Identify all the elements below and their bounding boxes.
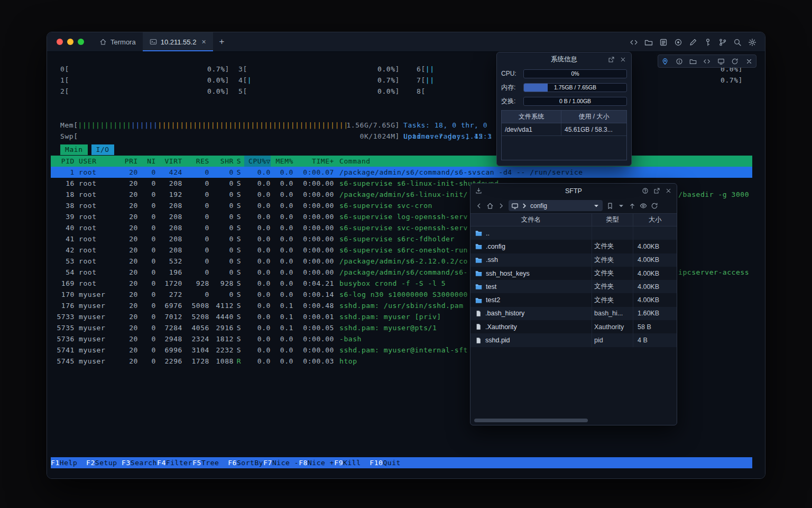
quick-toolbar (658, 55, 756, 68)
column-header-cpu[interactable]: CPU%▽ (244, 156, 271, 167)
zoom-window-button[interactable] (78, 39, 84, 45)
cpu-meter-3: 3[0.0%] (238, 64, 400, 75)
back-icon[interactable] (475, 202, 483, 210)
fnkey-f10[interactable]: F10Quit (370, 457, 409, 468)
path-segment[interactable]: config (530, 202, 547, 210)
swap-line: Swp[0K/1024M] Load average: 1.42 1 (47, 108, 765, 120)
close-window-button[interactable] (57, 39, 63, 45)
folder-icon[interactable] (644, 38, 653, 47)
forward-icon[interactable] (497, 202, 505, 210)
info-icon[interactable] (676, 58, 683, 65)
gear-icon[interactable] (748, 38, 756, 47)
list-icon[interactable] (659, 38, 668, 47)
column-header-res[interactable]: RES (182, 156, 209, 167)
file-row-[interactable]: .. (470, 226, 677, 240)
file-name: .Xauthority (485, 323, 517, 331)
cpu-label: CPU: (501, 70, 523, 77)
htop-tab-main[interactable]: Main (60, 144, 88, 155)
file-type: Xauthority (592, 320, 633, 333)
fnkey-f5[interactable]: F5Tree (192, 457, 228, 468)
tab-close-icon[interactable]: × (201, 38, 206, 46)
file-row-bashhistory[interactable]: .bash_historybash_hi...1.60KB (470, 307, 677, 320)
swap-usage-row: 交换: 0 B / 1.00GB (497, 94, 631, 108)
file-size (633, 226, 677, 240)
type-column-header[interactable]: 类型 (592, 214, 633, 226)
fnkey-f2[interactable]: F2Setup (86, 457, 122, 468)
column-header-ni[interactable]: NI (138, 156, 156, 167)
column-header-pri[interactable]: PRI (117, 156, 138, 167)
file-name: .config (486, 243, 505, 250)
cpu-usage-row: CPU: 0% (497, 67, 631, 80)
filesystem-row[interactable]: /dev/vda1 45.61GB / 58.3... (502, 123, 626, 136)
column-header-s[interactable]: S (234, 156, 244, 167)
caret-down-icon[interactable] (593, 202, 600, 210)
file-type: 文件夹 (592, 280, 633, 293)
file-name: test (486, 283, 496, 291)
transfers-icon[interactable] (475, 184, 482, 198)
filename-column-header[interactable]: 文件名 (470, 214, 592, 226)
uptime-line: Uptime: 7 days, 15:3 (47, 120, 765, 131)
key-icon[interactable] (704, 38, 712, 47)
file-row-ssh[interactable]: .ssh文件夹4.00KB (470, 253, 677, 267)
path-breadcrumb[interactable]: config (509, 200, 603, 211)
refresh-icon[interactable] (731, 58, 739, 65)
fnkey-f6[interactable]: F6SortBy (228, 457, 263, 468)
pencil-icon[interactable] (689, 38, 697, 47)
record-icon[interactable] (674, 38, 682, 47)
horizontal-scrollbar[interactable] (474, 419, 588, 422)
file-row-sshhostkeys[interactable]: ssh_host_keys文件夹4.00KB (470, 267, 677, 280)
tab-home[interactable]: Termora (93, 32, 143, 51)
file-row-config[interactable]: .config文件夹4.00KB (470, 240, 677, 253)
code-icon[interactable] (703, 58, 710, 65)
fnkey-f8[interactable]: F8Nice + (299, 457, 334, 468)
sftp-title: SFTP (565, 187, 582, 195)
uptime-stat: Uptime: 7 days, 15:3 (403, 131, 492, 142)
search-icon[interactable] (733, 38, 742, 47)
branch-icon[interactable] (718, 38, 727, 47)
process-table-header[interactable]: PIDUSERPRINIVIRTRESSHRSCPU%▽MEM%TIME+Com… (51, 156, 752, 167)
close-icon[interactable] (665, 187, 672, 194)
column-header-mem[interactable]: MEM% (271, 156, 293, 167)
file-row-test2[interactable]: test2文件夹4.00KB (470, 293, 677, 306)
column-header-pid[interactable]: PID (51, 156, 75, 167)
close-icon[interactable] (745, 58, 753, 65)
process-row-1[interactable]: 1root20042400S0.00.00:00.07/package/admi… (51, 167, 752, 178)
refresh-icon[interactable] (651, 202, 658, 210)
upload-icon[interactable] (629, 202, 636, 210)
monitor-icon[interactable] (717, 58, 725, 65)
pin-icon[interactable] (661, 58, 669, 65)
file-size: 4.00KB (633, 253, 677, 267)
fnkey-f7[interactable]: F7Nice - (263, 457, 299, 468)
help-icon[interactable] (642, 187, 649, 194)
fnkey-f3[interactable]: F3Search (122, 457, 157, 468)
size-column-header[interactable]: 大小 (633, 214, 677, 226)
folder-icon[interactable] (689, 58, 697, 65)
file-type: pid (592, 333, 633, 347)
htop-tab-io[interactable]: I/O (91, 144, 114, 155)
column-header-shr[interactable]: SHR (209, 156, 234, 167)
file-size: 4.00KB (633, 293, 677, 306)
new-tab-button[interactable]: + (213, 32, 231, 51)
column-header-user[interactable]: USER (75, 156, 117, 167)
file-icon (475, 323, 482, 330)
column-header-virt[interactable]: VIRT (156, 156, 182, 167)
fnkey-f4[interactable]: F4Filter (157, 457, 192, 468)
close-icon[interactable] (620, 56, 626, 63)
bookmark-caret-icon[interactable] (617, 202, 625, 210)
fnkey-f9[interactable]: F9Kill (334, 457, 370, 468)
home-icon[interactable] (486, 202, 494, 210)
open-in-window-icon[interactable] (653, 187, 660, 194)
fnkey-f1[interactable]: F1Help (51, 457, 86, 468)
file-row-sshdpid[interactable]: sshd.pidpid4 B (470, 333, 677, 347)
column-header-time[interactable]: TIME+ (293, 156, 334, 167)
open-in-window-icon[interactable] (608, 56, 615, 63)
minimize-window-button[interactable] (67, 39, 73, 45)
file-row-test[interactable]: test文件夹4.00KB (470, 280, 677, 293)
bookmark-icon[interactable] (606, 202, 614, 210)
tab-session[interactable]: 10.211.55.2 × (143, 32, 213, 51)
code-icon[interactable] (630, 38, 638, 47)
file-table-header[interactable]: 文件名 类型 大小 (470, 213, 677, 226)
htop-view-tabs: Main I/O (60, 144, 114, 155)
file-row-Xauthority[interactable]: .XauthorityXauthority58 B (470, 320, 677, 333)
show-hidden-icon[interactable] (640, 202, 647, 210)
